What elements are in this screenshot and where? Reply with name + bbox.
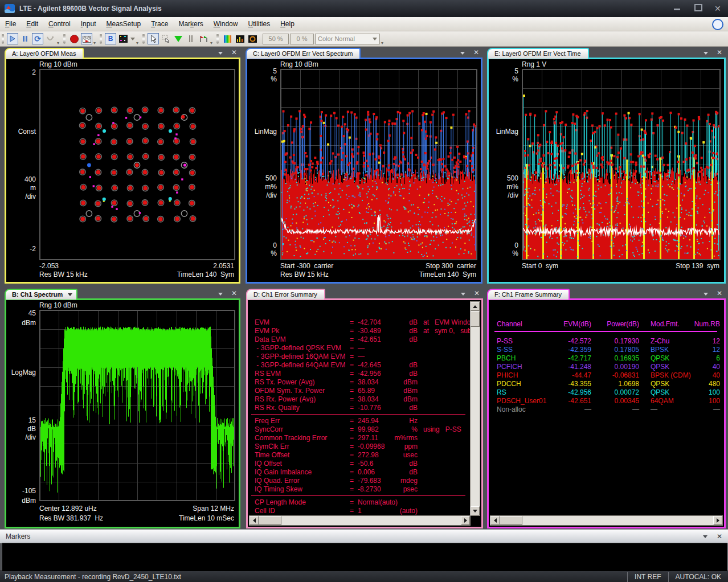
frame-summary-row[interactable]: Non-alloc———— [490, 405, 723, 414]
frame-summary-row[interactable]: PDCCH-43.3551.0698QPSK480 [490, 380, 723, 388]
panel-e-collapse-icon[interactable] [704, 50, 709, 55]
y-per-div: dB [6, 425, 36, 433]
error-summary-vscrollbar[interactable] [470, 301, 480, 516]
panel-c-tab[interactable]: C: Layer0 OFDM Err Vect Spectrum [246, 48, 361, 59]
panel-d-collapse-icon[interactable] [461, 291, 466, 296]
marker-button[interactable] [173, 33, 184, 44]
single-sweep-button[interactable] [44, 33, 56, 44]
menu-item-control[interactable]: Control [43, 18, 76, 31]
toolbar-overflow-icon[interactable] [210, 40, 212, 46]
panel-f-tab[interactable]: F: Ch1 Frame Summary [487, 289, 570, 300]
scroll-right-button[interactable] [461, 516, 470, 525]
panel-d-close-icon[interactable] [474, 290, 480, 297]
scroll-down-button[interactable] [471, 506, 480, 515]
toolbar-overflow-icon[interactable] [93, 40, 96, 46]
hscroll-thumb[interactable] [500, 516, 522, 525]
error-summary-hscrollbar[interactable] [249, 515, 471, 526]
frame-summary-row[interactable]: P-SS-42.5720.17930Z-Chu12 [490, 337, 723, 346]
layout-dropdown-icon[interactable] [130, 38, 135, 40]
floor-field[interactable]: 0 % [290, 34, 314, 44]
scroll-right-button[interactable] [713, 516, 722, 525]
frame-summary-hscrollbar[interactable] [490, 515, 723, 526]
playback-button[interactable] [81, 33, 92, 44]
panel-b-tab-dropdown-icon[interactable] [68, 293, 72, 296]
menu-item-markers[interactable]: Markers [173, 18, 208, 31]
panel-e-tab[interactable]: E: Layer0 OFDM Err Vect Time [487, 48, 589, 59]
spectrum-plot[interactable] [39, 310, 235, 501]
pause-button[interactable] [19, 33, 31, 44]
panel-c-close-icon[interactable] [473, 49, 479, 56]
title-bar[interactable]: LTE - Agilent 89600B Vector Signal Analy… [0, 0, 728, 17]
frame-summary-row[interactable]: RS-42.9560.00072QPSK100 [490, 388, 723, 397]
toolbar-grip[interactable] [216, 34, 219, 44]
play-button[interactable] [7, 33, 18, 44]
menu-item-file[interactable]: File [0, 18, 21, 31]
record-button[interactable] [68, 33, 80, 44]
constellation-plot[interactable] [39, 69, 235, 260]
panel-b-collapse-icon[interactable] [218, 291, 223, 296]
hscroll-thumb[interactable] [259, 516, 281, 525]
panel-e-close-icon[interactable] [717, 49, 722, 56]
menu-item-help[interactable]: Help [275, 18, 300, 31]
restart-button[interactable]: ⟳ [32, 33, 43, 44]
menu-item-utilities[interactable]: Utilities [243, 18, 275, 31]
panel-f-close-icon[interactable] [717, 290, 722, 297]
context-help-icon[interactable] [712, 19, 723, 30]
error-summary-row: Time Offset=272.98usec [249, 451, 471, 460]
band-marker-button[interactable] [185, 33, 197, 44]
markers-panel-header[interactable]: Markers [0, 529, 728, 543]
panel-b-tab[interactable]: B: Ch1 Spectrum [5, 289, 77, 300]
colormap-button[interactable] [222, 33, 233, 44]
spectrogram-ring-button[interactable] [247, 33, 258, 44]
color-mode-select[interactable]: Color Normal [315, 34, 380, 44]
panel-d-body: EVM=-42.704dBat EVM WindowEVM Pk=-30.489… [246, 298, 483, 528]
toolbar-grip[interactable] [63, 34, 66, 44]
frame-summary-row[interactable]: PHICH-44.47-0.06831BPSK (CDM)40 [490, 371, 723, 380]
range-label: Rng 1 V [522, 60, 546, 68]
vscroll-thumb[interactable] [471, 311, 480, 327]
menu-item-window[interactable]: Window [208, 18, 243, 31]
marker-flag-button[interactable] [198, 33, 209, 44]
err-vect-time-plot[interactable] [522, 69, 721, 260]
panel-b-close-icon[interactable] [231, 290, 237, 297]
menu-item-meassetup[interactable]: MeasSetup [101, 18, 146, 31]
minimize-icon[interactable] [673, 3, 681, 11]
markers-close-icon[interactable] [717, 532, 722, 540]
toolbar-overflow-icon[interactable] [57, 40, 59, 46]
err-vect-spectrum-plot[interactable] [280, 69, 477, 260]
autocal-status[interactable]: AUTOCAL: OK [668, 572, 728, 582]
frame-summary-row[interactable]: PBCH-42.7170.16935QPSK6 [490, 354, 723, 363]
scroll-left-button[interactable] [250, 516, 259, 525]
transparency-field[interactable]: 50 % [263, 34, 289, 44]
menu-item-edit[interactable]: Edit [21, 18, 43, 31]
scroll-left-button[interactable] [490, 516, 500, 525]
reference-status[interactable]: INT REF [627, 572, 668, 582]
frame-summary-row[interactable]: S-SS-42.3590.17805BPSK12 [490, 346, 723, 354]
panel-f-collapse-icon[interactable] [704, 291, 709, 296]
panel-a-close-icon[interactable] [231, 49, 237, 56]
menu-item-trace[interactable]: Trace [146, 18, 173, 31]
scroll-up-button[interactable] [471, 302, 480, 311]
panel-c-collapse-icon[interactable] [460, 50, 465, 55]
maximize-icon[interactable] [694, 3, 702, 11]
select-cursor-button[interactable] [148, 33, 159, 44]
toolbar-overflow-icon[interactable] [381, 40, 383, 46]
toolbar-overflow-icon[interactable] [136, 40, 138, 46]
toolbar-grip[interactable] [142, 34, 145, 44]
close-icon[interactable] [714, 3, 722, 11]
frame-summary-row[interactable]: PDSCH_User01-42.6510.0034564QAM100 [490, 397, 723, 405]
zoom-select-button[interactable] [160, 33, 171, 44]
frame-summary-row[interactable]: PCFICH-41.2480.00190QPSK40 [490, 363, 723, 371]
scroll-right-icon [464, 518, 467, 523]
panel-d-tab[interactable]: D: Ch1 Error Summary [246, 289, 325, 300]
markers-collapse-icon[interactable] [703, 535, 707, 538]
layout-grid-button[interactable] [117, 33, 129, 44]
toolbar-grip[interactable] [2, 34, 4, 44]
y-axis-bottom: 0 [247, 241, 277, 249]
panel-a-tab[interactable]: A: Layer0 OFDM Meas [5, 48, 84, 59]
panel-a-collapse-icon[interactable] [218, 50, 223, 55]
menu-item-input[interactable]: Input [76, 18, 101, 31]
trace-b-button[interactable]: B [105, 33, 116, 44]
toolbar-grip[interactable] [100, 34, 102, 44]
spectrogram-button[interactable] [234, 33, 246, 44]
